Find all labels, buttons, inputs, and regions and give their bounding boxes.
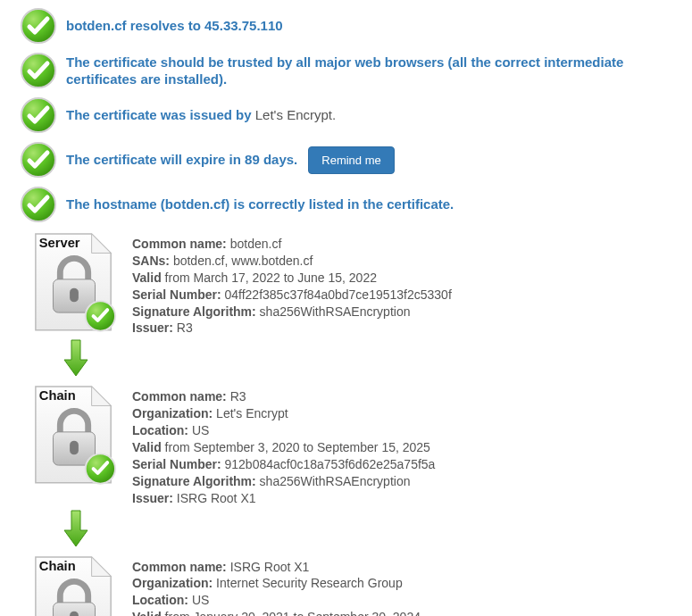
svg-text:Chain: Chain <box>39 558 76 572</box>
check-icon <box>20 96 57 134</box>
svg-text:Chain: Chain <box>39 388 76 403</box>
cert-chain-2-details: Common name: ISRG Root X1 Organization: … <box>132 554 446 616</box>
check-icon <box>20 186 57 223</box>
check-issued-text: The certificate was issued by Let's Encr… <box>66 106 336 124</box>
chain-arrow-icon <box>63 509 89 548</box>
check-trusted: The certificate should be trusted by all… <box>20 52 692 89</box>
cert-chain-2: Chain Common name: ISRG Root X1 Organiza… <box>30 554 692 616</box>
cert-server: Server Common name: botden.cf SANs: botd… <box>30 230 692 337</box>
check-expire: The certificate will expire in 89 days. … <box>20 141 692 179</box>
check-hostname: The hostname (botden.cf) is correctly li… <box>20 186 692 223</box>
cert-server-details: Common name: botden.cf SANs: botden.cf, … <box>132 230 452 337</box>
cert-file-lock-icon: Chain <box>30 554 118 616</box>
issuer-name: Let's Encrypt <box>255 107 332 122</box>
remind-me-button[interactable]: Remind me <box>308 146 394 174</box>
svg-text:Server: Server <box>39 236 80 250</box>
check-icon <box>20 7 57 45</box>
check-expire-text: The certificate will expire in 89 days. <box>66 151 297 169</box>
cert-file-lock-icon: Server <box>30 230 118 336</box>
chain-arrow-icon <box>63 338 89 378</box>
svg-rect-7 <box>70 288 79 303</box>
check-dns-text: botden.cf resolves to 45.33.75.110 <box>66 17 283 35</box>
svg-rect-11 <box>70 441 79 455</box>
check-icon <box>20 52 57 89</box>
check-hostname-text: The hostname (botden.cf) is correctly li… <box>66 196 454 213</box>
check-dns-resolves: botden.cf resolves to 45.33.75.110 <box>20 7 692 45</box>
check-icon <box>20 141 57 179</box>
check-trusted-text: The certificate should be trusted by all… <box>66 54 692 88</box>
cert-chain-1: Chain Common name: R3 Organization: Let'… <box>30 383 692 506</box>
check-issued: The certificate was issued by Let's Encr… <box>20 96 692 134</box>
cert-file-lock-icon: Chain <box>30 383 118 488</box>
cert-chain-1-details: Common name: R3 Organization: Let's Encr… <box>132 383 435 506</box>
